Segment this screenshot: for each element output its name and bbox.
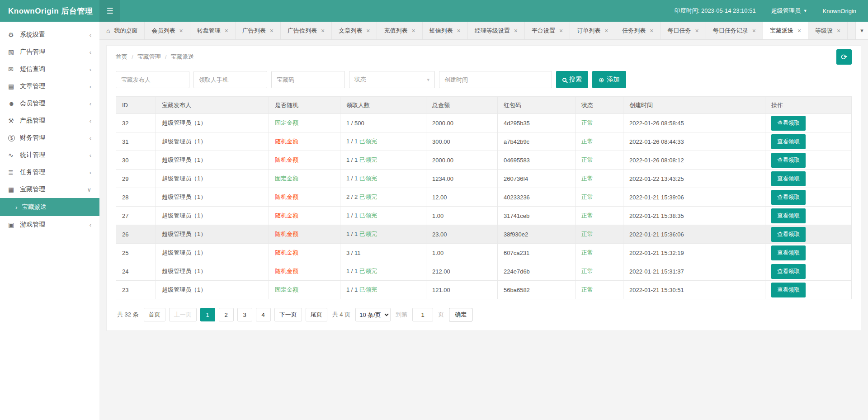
tab-order-list[interactable]: 订单列表 × bbox=[570, 22, 615, 39]
table-row: 25 超级管理员（1） 随机金额 3 / 11 1.00 607ca231 正常… bbox=[116, 244, 852, 262]
cell-claims: 1 / 1 已领完 bbox=[340, 170, 426, 188]
view-claims-button[interactable]: 查看领取 bbox=[771, 245, 806, 260]
search-button[interactable]: 搜索 bbox=[556, 71, 588, 88]
sidebar-item-treasure-management[interactable]: ▦ 宝藏管理 ∨ bbox=[0, 181, 99, 198]
sidebar-item-product-management[interactable]: ⚒ 产品管理 ‹ bbox=[0, 112, 99, 129]
view-claims-button[interactable]: 查看领取 bbox=[771, 134, 806, 149]
close-icon[interactable]: × bbox=[321, 28, 325, 34]
chevron-left-icon: ‹ bbox=[90, 169, 91, 176]
close-icon[interactable]: × bbox=[752, 28, 756, 34]
cell-actions: 查看领取 bbox=[765, 132, 852, 151]
close-icon[interactable]: × bbox=[366, 28, 370, 34]
prev-page-button[interactable]: 上一页 bbox=[169, 308, 197, 321]
close-icon[interactable]: × bbox=[514, 28, 518, 34]
treasure-table: ID 宝藏发布人 是否随机 领取人数 总金额 红包码 状态 创建时间 操作 bbox=[116, 96, 852, 299]
cell-code: 38f930e2 bbox=[498, 225, 576, 244]
claimer-phone-input[interactable] bbox=[193, 71, 267, 88]
chevron-left-icon: ‹ bbox=[90, 66, 91, 73]
tab-task-list[interactable]: 任务列表 × bbox=[615, 22, 660, 39]
user-menu[interactable]: 超级管理员 ▼ bbox=[771, 7, 807, 15]
close-icon[interactable]: × bbox=[411, 28, 415, 34]
column-header-publisher: 宝藏发布人 bbox=[156, 97, 269, 114]
close-icon[interactable]: × bbox=[695, 28, 699, 34]
sidebar-item-stats-management[interactable]: ∿ 统计管理 ‹ bbox=[0, 146, 99, 164]
tab-member-list[interactable]: 会员列表 × bbox=[145, 22, 190, 39]
column-header-actions: 操作 bbox=[765, 97, 852, 114]
first-page-button[interactable]: 首页 bbox=[144, 308, 165, 321]
cell-claims: 1 / 1 已领完 bbox=[340, 132, 426, 151]
tab-daily-task-record[interactable]: 每日任务记录 × bbox=[706, 22, 763, 39]
next-page-button[interactable]: 下一页 bbox=[274, 308, 302, 321]
cell-code: 04695583 bbox=[498, 151, 576, 170]
tabs-overflow-button[interactable]: ▾ bbox=[855, 22, 868, 39]
close-icon[interactable]: × bbox=[559, 28, 563, 34]
close-icon[interactable]: × bbox=[604, 28, 608, 34]
goto-page-input[interactable] bbox=[412, 308, 433, 321]
page-button-4[interactable]: 4 bbox=[256, 308, 271, 321]
created-time-input[interactable] bbox=[439, 71, 552, 88]
cell-random-type: 随机金额 bbox=[269, 188, 340, 207]
view-claims-button[interactable]: 查看领取 bbox=[771, 190, 806, 205]
close-icon[interactable]: × bbox=[837, 28, 840, 34]
close-icon[interactable]: × bbox=[650, 28, 653, 34]
tab-platform-settings[interactable]: 平台设置 × bbox=[525, 22, 570, 39]
tab-my-desktop[interactable]: ⌂ 我的桌面 bbox=[99, 22, 145, 39]
tab-article-list[interactable]: 文章列表 × bbox=[332, 22, 377, 39]
chevron-left-icon: ‹ bbox=[90, 83, 91, 90]
sidebar-item-article-management[interactable]: ▤ 文章管理 ‹ bbox=[0, 78, 99, 95]
treasure-code-input[interactable] bbox=[271, 71, 345, 88]
view-claims-button[interactable]: 查看领取 bbox=[771, 264, 806, 279]
view-claims-button[interactable]: 查看领取 bbox=[771, 171, 806, 186]
sidebar-item-system-settings[interactable]: ⚙ 系统设置 ‹ bbox=[0, 26, 99, 43]
document-icon: ▤ bbox=[8, 83, 20, 90]
cell-created: 2022-01-21 15:30:51 bbox=[623, 281, 765, 299]
sidebar-item-sms-query[interactable]: ✉ 短信查询 ‹ bbox=[0, 61, 99, 78]
breadcrumb-treasure-delivery[interactable]: 宝藏派送 bbox=[170, 53, 194, 61]
tab-ad-list[interactable]: 广告列表 × bbox=[236, 22, 281, 39]
confirm-button[interactable]: 确定 bbox=[449, 308, 472, 321]
view-claims-button[interactable]: 查看领取 bbox=[771, 208, 806, 223]
tab-manager-level-settings[interactable]: 经理等级设置 × bbox=[468, 22, 525, 39]
tab-level-settings[interactable]: 等级设 × bbox=[808, 22, 848, 39]
sidebar-item-finance-management[interactable]: $ 财务管理 ‹ bbox=[0, 129, 99, 146]
close-icon[interactable]: × bbox=[179, 28, 183, 34]
tab-sms-list[interactable]: 短信列表 × bbox=[423, 22, 468, 39]
close-icon[interactable]: × bbox=[457, 28, 461, 34]
page-button-3[interactable]: 3 bbox=[237, 308, 252, 321]
cell-status: 正常 bbox=[576, 151, 623, 170]
view-claims-button[interactable]: 查看领取 bbox=[771, 227, 806, 242]
tab-label: 广告位列表 bbox=[288, 27, 317, 35]
page-button-1[interactable]: 1 bbox=[200, 308, 215, 321]
sidebar-item-game-management[interactable]: ▣ 游戏管理 ‹ bbox=[0, 216, 99, 233]
add-button[interactable]: ⊕ 添加 bbox=[592, 71, 626, 88]
hamburger-menu-button[interactable]: ☰ bbox=[99, 0, 120, 22]
page-size-select[interactable]: 10 条/页 bbox=[355, 308, 391, 321]
status-select[interactable]: 状态 ▾ bbox=[349, 71, 435, 88]
tab-wheel-management[interactable]: 转盘管理 × bbox=[190, 22, 236, 39]
sidebar-item-task-management[interactable]: ≣ 任务管理 ‹ bbox=[0, 164, 99, 181]
close-icon[interactable]: × bbox=[270, 28, 274, 34]
view-claims-button[interactable]: 查看领取 bbox=[771, 153, 806, 168]
tab-treasure-delivery[interactable]: 宝藏派送 × bbox=[763, 22, 808, 39]
view-claims-button[interactable]: 查看领取 bbox=[771, 116, 806, 131]
sidebar-item-member-management[interactable]: ☻ 会员管理 ‹ bbox=[0, 95, 99, 112]
breadcrumb-home[interactable]: 首页 bbox=[116, 53, 127, 61]
tab-recharge-list[interactable]: 充值列表 × bbox=[377, 22, 422, 39]
column-header-code: 红包码 bbox=[498, 97, 576, 114]
cell-created: 2022-01-26 08:58:45 bbox=[623, 114, 765, 132]
refresh-button[interactable]: ⟳ bbox=[836, 49, 852, 65]
close-icon[interactable]: × bbox=[225, 28, 228, 34]
sidebar-item-ad-management[interactable]: ▧ 广告管理 ‹ bbox=[0, 43, 99, 61]
cell-created: 2022-01-21 15:31:37 bbox=[623, 262, 765, 281]
last-page-button[interactable]: 尾页 bbox=[306, 308, 327, 321]
page-button-2[interactable]: 2 bbox=[219, 308, 234, 321]
tab-ad-position-list[interactable]: 广告位列表 × bbox=[281, 22, 332, 39]
cell-actions: 查看领取 bbox=[765, 114, 852, 132]
tab-daily-task[interactable]: 每日任务 × bbox=[661, 22, 706, 39]
publisher-input[interactable] bbox=[116, 71, 189, 88]
sidebar-item-label: 短信查询 bbox=[20, 65, 90, 73]
breadcrumb-treasure-management[interactable]: 宝藏管理 bbox=[137, 53, 161, 61]
view-claims-button[interactable]: 查看领取 bbox=[771, 283, 806, 297]
sidebar-subitem-treasure-delivery[interactable]: › 宝藏派送 bbox=[0, 198, 99, 216]
close-icon[interactable]: × bbox=[797, 28, 801, 34]
